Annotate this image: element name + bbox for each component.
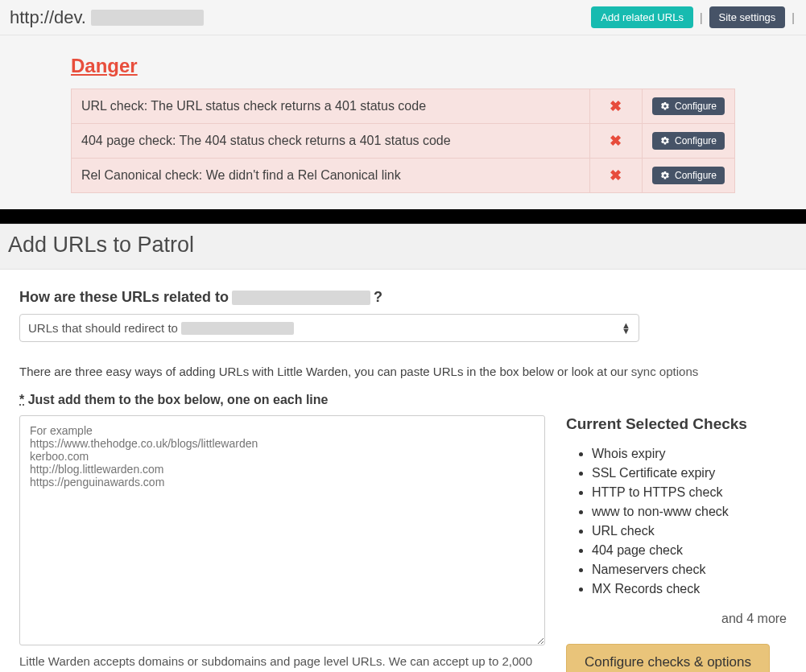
select-prefix: URLs that should redirect to xyxy=(28,321,178,335)
checks-list: Whois expiry SSL Certificate expiry HTTP… xyxy=(566,444,787,599)
list-item: MX Records check xyxy=(592,579,787,599)
top-actions: Add related URLs | Site settings | xyxy=(591,6,796,28)
table-row: Rel Canonical check: We didn't find a Re… xyxy=(72,159,735,193)
configure-cell: Configure xyxy=(642,89,734,124)
section-title-row: Add URLs to Patrol xyxy=(0,224,806,270)
dismiss-cell: ✖ xyxy=(589,159,642,193)
select-value: URLs that should redirect to xyxy=(28,321,294,335)
configure-label: Configure xyxy=(675,101,717,112)
question-prefix: How are these URLs related to xyxy=(19,289,229,306)
help-note: Little Warden accepts domains or subdoma… xyxy=(19,653,545,672)
close-icon[interactable]: ✖ xyxy=(610,98,622,114)
site-url: http://dev. xyxy=(10,7,204,28)
danger-section: Danger URL check: The URL status check r… xyxy=(0,35,806,209)
danger-message: 404 page check: The 404 status check ret… xyxy=(72,124,590,159)
site-settings-button[interactable]: Site settings xyxy=(709,6,786,28)
two-column: Little Warden accepts domains or subdoma… xyxy=(19,415,787,672)
form-panel: How are these URLs related to ? URLs tha… xyxy=(8,278,798,672)
divider: | xyxy=(698,11,705,24)
configure-label: Configure xyxy=(675,170,717,181)
sync-options-link[interactable]: sync options xyxy=(631,365,698,378)
list-item: SSL Certificate expiry xyxy=(592,464,787,483)
gear-icon xyxy=(660,136,670,146)
configure-button[interactable]: Configure xyxy=(652,97,725,115)
configure-checks-label: Configure checks & options xyxy=(585,654,751,670)
site-url-prefix: http://dev. xyxy=(10,7,86,28)
select-redacted xyxy=(181,322,294,335)
relation-select[interactable]: URLs that should redirect to ▲▼ xyxy=(19,314,639,342)
chevron-updown-icon: ▲▼ xyxy=(622,323,630,334)
configure-label: Configure xyxy=(675,135,717,146)
gear-icon xyxy=(660,171,670,180)
danger-message: Rel Canonical check: We didn't find a Re… xyxy=(72,159,590,193)
top-bar: http://dev. Add related URLs | Site sett… xyxy=(0,0,806,35)
list-item: URL check xyxy=(592,522,787,541)
list-item: Nameservers check xyxy=(592,560,787,579)
site-url-redacted xyxy=(91,10,204,26)
gear-icon xyxy=(660,101,670,111)
danger-message: URL check: The URL status check returns … xyxy=(72,89,590,124)
add-urls-heading-text: Just add them to the box below, one on e… xyxy=(28,393,329,406)
urls-textarea[interactable] xyxy=(19,415,545,645)
list-item: www to non-www check xyxy=(592,502,787,522)
list-item: Whois expiry xyxy=(592,444,787,464)
close-icon[interactable]: ✖ xyxy=(610,167,622,183)
list-item: 404 page check xyxy=(592,541,787,560)
configure-button[interactable]: Configure xyxy=(652,132,725,150)
checks-heading: Current Selected Checks xyxy=(566,415,787,433)
add-related-urls-button[interactable]: Add related URLs xyxy=(591,6,693,28)
relation-question: How are these URLs related to ? xyxy=(19,289,787,306)
danger-table: URL check: The URL status check returns … xyxy=(71,89,735,193)
divider: | xyxy=(790,11,796,24)
ways-text: There are three easy ways of adding URLs… xyxy=(19,365,787,378)
ways-text-before: There are three easy ways of adding URLs… xyxy=(19,365,631,378)
section-divider xyxy=(0,209,806,224)
table-row: 404 page check: The 404 status check ret… xyxy=(72,124,735,159)
list-item: HTTP to HTTPS check xyxy=(592,483,787,502)
page-title: Add URLs to Patrol xyxy=(8,233,798,258)
dismiss-cell: ✖ xyxy=(589,124,642,159)
site-settings-label: Site settings xyxy=(719,11,776,23)
and-more-text: and 4 more xyxy=(566,612,787,626)
add-related-urls-label: Add related URLs xyxy=(601,11,684,23)
configure-button[interactable]: Configure xyxy=(652,167,725,184)
configure-checks-button[interactable]: Configure checks & options xyxy=(566,644,770,672)
dismiss-cell: ✖ xyxy=(589,89,642,124)
question-suffix: ? xyxy=(374,289,382,306)
right-column: Current Selected Checks Whois expiry SSL… xyxy=(566,415,787,672)
left-column: Little Warden accepts domains or subdoma… xyxy=(19,415,545,672)
danger-heading[interactable]: Danger xyxy=(71,55,138,77)
add-urls-heading: * Just add them to the box below, one on… xyxy=(19,393,787,407)
configure-cell: Configure xyxy=(642,124,734,159)
required-asterisk: * xyxy=(19,393,24,406)
question-redacted xyxy=(232,291,370,305)
table-row: URL check: The URL status check returns … xyxy=(72,89,735,124)
close-icon[interactable]: ✖ xyxy=(610,133,622,149)
configure-cell: Configure xyxy=(642,159,734,193)
